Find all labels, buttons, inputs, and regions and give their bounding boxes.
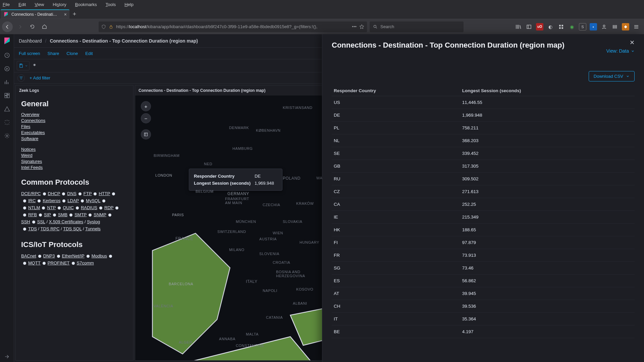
- table-row[interactable]: FI97.879: [332, 236, 635, 249]
- protocol-link[interactable]: Kerberos: [43, 198, 60, 203]
- table-row[interactable]: FR73.913: [332, 249, 635, 262]
- table-row[interactable]: CA252.25: [332, 198, 635, 211]
- protocol-link[interactable]: TDS: [28, 226, 37, 231]
- protocol-link[interactable]: BACnet: [21, 253, 36, 258]
- menu-history[interactable]: History: [53, 2, 66, 7]
- zeek-link[interactable]: Connections: [21, 118, 45, 123]
- page-actions-icon[interactable]: •••: [352, 24, 357, 29]
- nav-recent-icon[interactable]: [3, 52, 11, 59]
- protocol-link[interactable]: PROFINET: [48, 260, 70, 265]
- zeek-link[interactable]: Files: [21, 124, 30, 129]
- new-tab-button[interactable]: +: [69, 9, 79, 19]
- protocol-link[interactable]: SNMP: [94, 212, 106, 217]
- table-row[interactable]: IT35.364: [332, 313, 635, 325]
- url-bar[interactable]: https://localhost/kibana/app/kibana#/das…: [99, 21, 367, 32]
- library-icon[interactable]: [515, 23, 522, 31]
- action-full-screen[interactable]: Full screen: [19, 51, 40, 56]
- zeek-link[interactable]: Intel Feeds: [21, 165, 43, 170]
- protocol-link[interactable]: RADIUS: [81, 205, 97, 210]
- extension-s-icon[interactable]: S: [579, 23, 586, 31]
- menu-help[interactable]: Help: [124, 2, 133, 7]
- flyout-view-toggle[interactable]: View: Data: [606, 48, 635, 54]
- extension-orange-icon[interactable]: ◆: [622, 23, 629, 31]
- browser-search-bar[interactable]: Search: [370, 21, 464, 32]
- profile-icon[interactable]: [600, 23, 608, 31]
- protocol-link[interactable]: Modbus: [92, 253, 107, 258]
- filter-options-button[interactable]: [17, 74, 25, 82]
- protocol-link[interactable]: QUIC: [63, 205, 74, 210]
- protocol-link[interactable]: NTP: [47, 205, 56, 210]
- extension-blue-icon[interactable]: ▪: [590, 23, 597, 31]
- nav-back-button[interactable]: [2, 21, 13, 32]
- menu-edit[interactable]: Edit: [18, 2, 26, 7]
- table-row[interactable]: DE1,969.948: [332, 109, 635, 122]
- protocol-link[interactable]: MySQL: [86, 198, 100, 203]
- protocol-link[interactable]: SIP: [44, 212, 51, 217]
- protocol-link[interactable]: HTTP: [99, 191, 110, 196]
- menu-bookmarks[interactable]: Bookmarks: [75, 2, 97, 7]
- table-row[interactable]: IE215.349: [332, 211, 635, 224]
- nav-alert-icon[interactable]: [3, 105, 11, 113]
- table-row[interactable]: SG73.46: [332, 262, 635, 275]
- table-row[interactable]: AT39.945: [332, 287, 635, 300]
- protocol-link[interactable]: TDS RPC: [41, 226, 60, 231]
- extension-green-icon[interactable]: ◉: [568, 23, 576, 31]
- bookmark-star-icon[interactable]: [359, 24, 364, 29]
- protocol-link[interactable]: IRC: [28, 198, 36, 203]
- tab-close-icon[interactable]: ×: [64, 12, 67, 17]
- protocol-link[interactable]: X.509 Certificates: [49, 219, 84, 224]
- zeek-link[interactable]: Executables: [21, 130, 45, 135]
- protocol-link[interactable]: EtherNet/IP: [62, 253, 85, 258]
- action-edit[interactable]: Edit: [85, 51, 93, 56]
- nav-management-icon[interactable]: [3, 132, 11, 139]
- menu-tools[interactable]: Tools: [106, 2, 116, 7]
- protocol-link[interactable]: RFB: [28, 212, 37, 217]
- protocol-link[interactable]: SSH: [21, 219, 30, 224]
- extension-dark-icon[interactable]: ◐: [547, 23, 554, 31]
- nav-visualize-icon[interactable]: [3, 78, 11, 86]
- nav-reload-button[interactable]: [28, 22, 37, 32]
- nav-home-button[interactable]: [40, 22, 49, 32]
- protocol-link[interactable]: NTLM: [28, 205, 40, 210]
- protocol-link[interactable]: SMTP: [74, 212, 87, 217]
- protocol-link[interactable]: RDP: [104, 205, 113, 210]
- hamburger-menu-icon[interactable]: [633, 23, 640, 31]
- zeek-link[interactable]: Weird: [21, 153, 33, 158]
- action-share[interactable]: Share: [48, 51, 59, 56]
- protocol-link[interactable]: SSL: [37, 219, 45, 224]
- kibana-logo[interactable]: [2, 36, 12, 46]
- menu-file[interactable]: File: [3, 2, 10, 7]
- table-row[interactable]: CZ271.613: [332, 185, 635, 198]
- table-header-country[interactable]: Responder Country: [332, 85, 460, 96]
- download-csv-button[interactable]: Download CSV: [589, 71, 635, 81]
- protocol-link[interactable]: DCE/RPC: [21, 191, 41, 196]
- browser-tab-active[interactable]: Connections - Destinati… ×: [1, 9, 69, 19]
- action-clone[interactable]: Clone: [66, 51, 78, 56]
- table-row[interactable]: CH39.536: [332, 300, 635, 313]
- table-row[interactable]: BE4.197: [332, 325, 635, 338]
- sidebar-toggle-icon[interactable]: [525, 23, 533, 31]
- protocol-link[interactable]: MQTT: [28, 260, 41, 265]
- add-filter-link[interactable]: + Add filter: [30, 75, 50, 80]
- extension-bars-icon[interactable]: [611, 23, 619, 31]
- protocol-link[interactable]: TDS SQL: [63, 226, 82, 231]
- ublock-icon[interactable]: uO: [536, 23, 543, 31]
- map-zoom-in-button[interactable]: +: [141, 102, 151, 111]
- zeek-link[interactable]: Overview: [21, 112, 39, 117]
- zeek-link[interactable]: Notices: [21, 147, 36, 152]
- nav-collapse-icon[interactable]: [3, 355, 11, 362]
- table-row[interactable]: US11,446.55: [332, 96, 635, 109]
- protocol-link[interactable]: DNP3: [43, 253, 55, 258]
- nav-discover-icon[interactable]: [3, 65, 11, 72]
- flyout-close-button[interactable]: ✕: [606, 39, 635, 46]
- table-row[interactable]: SE339.452: [332, 147, 635, 160]
- table-row[interactable]: HK188.65: [332, 224, 635, 236]
- protocol-link[interactable]: SMB: [58, 212, 67, 217]
- table-row[interactable]: RU309.502: [332, 173, 635, 185]
- table-row[interactable]: ES56.862: [332, 275, 635, 287]
- zeek-link[interactable]: Signatures: [21, 159, 42, 164]
- map-fit-button[interactable]: [141, 130, 151, 139]
- extension-grid-icon[interactable]: [557, 23, 565, 31]
- nav-dashboard-icon[interactable]: [3, 92, 11, 99]
- zeek-link[interactable]: Software: [21, 136, 38, 141]
